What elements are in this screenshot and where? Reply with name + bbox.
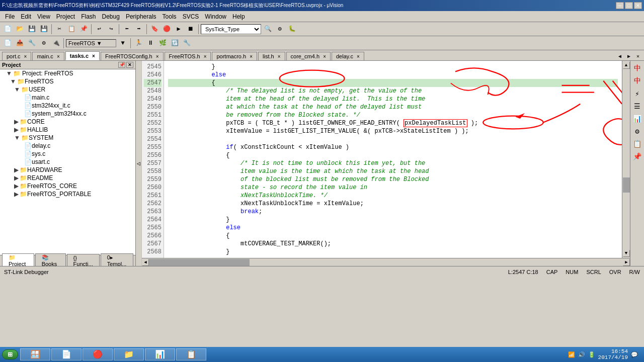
- nav-fwd[interactable]: ➡: [133, 24, 144, 35]
- scroll-down[interactable]: ▼: [623, 250, 630, 257]
- tab-list-h[interactable]: list.h ×: [258, 52, 285, 60]
- sidebar-item-freertos-core[interactable]: ▶ 📁 FreeRTOS_CORE: [0, 182, 135, 190]
- sidebar-item-usart[interactable]: 📄 usart.c: [0, 158, 135, 166]
- scroll-thumb[interactable]: [623, 177, 630, 193]
- project-dropdown[interactable]: FreeRTOS ▼: [66, 39, 116, 47]
- expand-icon-freertos-portable[interactable]: ▶: [14, 191, 19, 198]
- sidebar-item-hallib[interactable]: ▶ 📁 HALLIB: [0, 126, 135, 134]
- close-tab-port-c[interactable]: ×: [24, 54, 27, 59]
- menu-debug[interactable]: Debug: [99, 12, 123, 21]
- hscroll-right[interactable]: ▶: [623, 259, 630, 266]
- taskbar-app1[interactable]: 🪟: [20, 348, 50, 360]
- tab-freertosconfig-h[interactable]: FreeRTOSConfig.h ×: [101, 52, 164, 60]
- tab-delay-c[interactable]: delay.c ×: [332, 52, 364, 60]
- expand-icon-core[interactable]: ▶: [14, 118, 19, 125]
- menu-view[interactable]: View: [34, 12, 53, 21]
- sidebar-item-freertos-portable[interactable]: ▶ 📁 FreeRTOS_PORTABLE: [0, 190, 135, 198]
- tab-freertos-h[interactable]: FreeRTOS.h ×: [165, 52, 211, 60]
- expand-icon-system[interactable]: ▼: [14, 134, 20, 141]
- debug2-btn[interactable]: 🐛: [286, 24, 297, 35]
- menu-project[interactable]: Project: [53, 12, 78, 21]
- rp-icon3[interactable]: ⚡: [632, 88, 643, 99]
- expand-icon-hallib[interactable]: ▶: [14, 126, 19, 133]
- system-clock[interactable]: 16:54 2017/4/19: [598, 348, 628, 360]
- close-tab-list-h[interactable]: ×: [278, 54, 281, 59]
- sidebar-item-core[interactable]: ▶ 📁 CORE: [0, 118, 135, 126]
- expand-icon-readme[interactable]: ▶: [14, 174, 19, 182]
- t2-5[interactable]: 🔌: [50, 38, 61, 49]
- save-all-btn[interactable]: 💾: [38, 24, 49, 35]
- hscroll-left[interactable]: ◀: [142, 259, 149, 266]
- scroll-up[interactable]: ▲: [623, 62, 630, 69]
- expand-icon-project[interactable]: ▼: [6, 70, 12, 77]
- vertical-scrollbar[interactable]: ▲ ▼: [622, 61, 630, 258]
- close-tab-main-c[interactable]: ×: [57, 54, 60, 59]
- cut-btn[interactable]: ✂: [54, 24, 65, 35]
- t2-4[interactable]: ⚙: [38, 38, 49, 49]
- menu-svcs[interactable]: SVCS: [180, 12, 202, 21]
- t2-8[interactable]: ⏸: [145, 38, 156, 49]
- sidebar-item-delay[interactable]: 📄 delay.c: [0, 142, 135, 150]
- expand-icon-hardware[interactable]: ▶: [14, 166, 19, 173]
- close-tab-tasks-c[interactable]: ×: [92, 53, 95, 59]
- expand-icon-freertos[interactable]: ▼: [10, 78, 16, 85]
- copy-btn[interactable]: 📋: [66, 24, 77, 35]
- menu-help[interactable]: Help: [229, 12, 248, 21]
- tab-portmacro-h[interactable]: portmacro.h ×: [212, 52, 257, 60]
- rp-icon6[interactable]: ⚙: [632, 126, 643, 137]
- t2-7[interactable]: 🏃: [133, 38, 144, 49]
- stop-btn[interactable]: ⏹: [185, 24, 196, 35]
- tab-port-c[interactable]: port.c ×: [2, 52, 31, 60]
- taskbar-app3[interactable]: 🔴: [83, 348, 113, 360]
- redo-btn[interactable]: ↪: [106, 24, 117, 35]
- bottom-tab-functi[interactable]: {} Functi...: [67, 254, 100, 266]
- collapse-handle[interactable]: ◁: [136, 61, 142, 266]
- bottom-tab-templ[interactable]: 0▸ Templ...: [101, 253, 133, 266]
- sidebar-item-readme[interactable]: ▶ 📁 README: [0, 174, 135, 182]
- hscroll-thumb[interactable]: [149, 259, 250, 266]
- tab-nav-left[interactable]: ◀: [616, 52, 624, 60]
- sidebar-item-user[interactable]: ▼ 📁 USER: [0, 85, 135, 94]
- type-dropdown[interactable]: SysTick_Type: [201, 24, 261, 34]
- save-btn[interactable]: 💾: [26, 24, 37, 35]
- t2-10[interactable]: 🔃: [169, 38, 180, 49]
- taskbar-app2[interactable]: 📄: [51, 348, 82, 360]
- rp-icon8[interactable]: 📌: [632, 151, 643, 162]
- paste-btn[interactable]: 📌: [78, 24, 89, 35]
- minimize-button[interactable]: ─: [616, 2, 624, 9]
- expand-icon-freertos-core[interactable]: ▶: [14, 183, 19, 190]
- rp-icon7[interactable]: 📋: [632, 138, 643, 149]
- expand-icon-user[interactable]: ▼: [14, 86, 20, 93]
- t2-11[interactable]: 🔧: [181, 38, 192, 49]
- close-button[interactable]: ✕: [634, 2, 642, 9]
- notification-icon[interactable]: 💬: [631, 351, 638, 358]
- run-btn[interactable]: ▶: [173, 24, 184, 35]
- code-content[interactable]: } else { /* The delayed list is not empt…: [164, 61, 622, 258]
- rp-icon1[interactable]: 中: [632, 63, 643, 74]
- sidebar-item-system[interactable]: 📄 system_stm32f4xx.c: [0, 110, 135, 118]
- rp-icon5[interactable]: 📊: [632, 113, 643, 124]
- close-tab-freertosconfig[interactable]: ×: [156, 54, 159, 59]
- t2-9[interactable]: 🌿: [157, 38, 168, 49]
- t2-2[interactable]: 📤: [14, 38, 25, 49]
- undo-btn[interactable]: ↩: [94, 24, 105, 35]
- tab-main-c[interactable]: main.c ×: [32, 52, 64, 60]
- t2-1[interactable]: 📄: [2, 38, 13, 49]
- sidebar-item-main-c[interactable]: 📄 main.c: [0, 94, 135, 102]
- sidebar-item-sys[interactable]: 📄 sys.c: [0, 150, 135, 158]
- nav-back[interactable]: ⬅: [121, 24, 132, 35]
- menu-window[interactable]: Window: [202, 12, 229, 21]
- taskbar-app4[interactable]: 📁: [114, 348, 144, 360]
- taskbar-app6[interactable]: 📋: [176, 348, 206, 360]
- maximize-button[interactable]: □: [625, 2, 633, 9]
- sidebar-item-hardware[interactable]: ▶ 📁 HARDWARE: [0, 166, 135, 174]
- menu-flash[interactable]: Flash: [78, 12, 99, 21]
- rp-icon2[interactable]: 中: [632, 75, 643, 86]
- sidebar-close[interactable]: ✕: [126, 62, 133, 68]
- breakpoint-btn[interactable]: 🔴: [161, 24, 172, 35]
- menu-peripherals[interactable]: Peripherals: [123, 12, 159, 21]
- bottom-tab-project[interactable]: 📁 Project: [2, 253, 34, 266]
- t2-6[interactable]: ▼: [117, 38, 128, 49]
- sidebar-pin[interactable]: 📌: [118, 62, 125, 68]
- settings-btn[interactable]: ⚙: [274, 24, 285, 35]
